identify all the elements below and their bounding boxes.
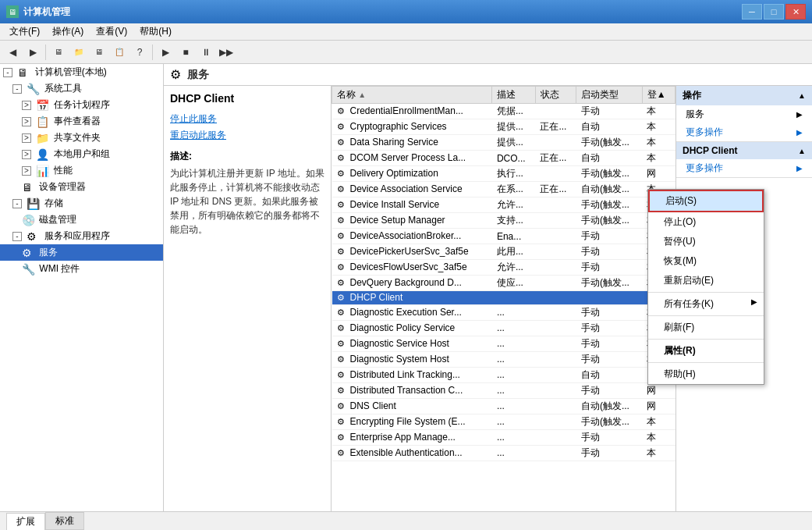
sidebar-item-tools[interactable]: - 🔧 系统工具	[0, 80, 163, 97]
service-row-icon: ⚙	[337, 215, 348, 226]
forward-button[interactable]: ▶	[23, 44, 42, 61]
table-row[interactable]: ⚙CredentialEnrollmentMan...凭据...手动本	[332, 104, 675, 119]
toolbar-btn-1[interactable]: 🖥	[49, 44, 68, 61]
ctx-pause[interactable]: 暂停(U)	[648, 232, 764, 251]
back-button[interactable]: ◀	[3, 44, 22, 61]
toolbar-btn-3[interactable]: 🖥	[90, 44, 108, 61]
toolbar-btn-4[interactable]: 📋	[110, 44, 129, 61]
sidebar-item-services-apps[interactable]: - ⚙ 服务和应用程序	[0, 228, 163, 244]
menu-action[interactable]: 操作(A)	[46, 23, 90, 40]
help-button[interactable]: ?	[130, 44, 149, 61]
table-row[interactable]: ⚙Diagnostic System Host...手动本	[332, 351, 675, 367]
service-row-desc: ...	[492, 367, 536, 382]
sidebar-item-users[interactable]: > 👤 本地用户和组	[0, 146, 163, 162]
service-row-icon: ⚙	[337, 308, 348, 318]
step-button[interactable]: ▶▶	[217, 44, 236, 61]
table-row[interactable]: ⚙DCOM Server Process La...DCO...正在...自动本	[332, 151, 675, 166]
col-start[interactable]: 启动类型	[576, 87, 642, 104]
table-row[interactable]: ⚙DHCP Client	[332, 291, 675, 305]
service-row-status	[535, 351, 576, 367]
table-row[interactable]: ⚙Encrypting File System (E......手动(触发...…	[332, 414, 675, 429]
services-list-container: 名称 ▲ 描述 状态 启动类型 登▲ ⚙CredentialEnrollment…	[332, 86, 675, 511]
sidebar-item-storage[interactable]: - 💾 存储	[0, 195, 163, 212]
menu-file[interactable]: 文件(F)	[3, 23, 46, 40]
table-row[interactable]: ⚙DevicesFlowUserSvc_3af5e允许...手动本	[332, 260, 675, 276]
actions-item-services[interactable]: 服务 ▶	[676, 105, 812, 123]
service-row-desc: ...	[492, 304, 536, 320]
tab-standard[interactable]: 标准	[45, 512, 84, 530]
table-row[interactable]: ⚙Data Sharing Service提供...手动(触发...本	[332, 135, 675, 151]
ctx-refresh[interactable]: 刷新(F)	[648, 318, 764, 337]
sidebar: - 🖥 计算机管理(本地) - 🔧 系统工具 > 📅 任务计划程序 > 📋 事件…	[0, 64, 164, 511]
sidebar-item-services[interactable]: ⚙ 服务	[0, 244, 163, 261]
actions-item-more-2[interactable]: 更多操作 ▶	[676, 159, 812, 177]
table-row[interactable]: ⚙Distributed Transaction C......手动网	[332, 382, 675, 398]
sidebar-item-shared[interactable]: > 📁 共享文件夹	[0, 130, 163, 146]
service-row-icon: ⚙	[337, 293, 348, 304]
ctx-sep-4	[648, 362, 764, 363]
table-row[interactable]: ⚙Extensible Authentication......手动本	[332, 445, 675, 461]
sidebar-item-tasks[interactable]: > 📅 任务计划程序	[0, 97, 163, 113]
ctx-stop[interactable]: 停止(O)	[648, 212, 764, 232]
sidebar-item-devices[interactable]: 🖥 设备管理器	[0, 179, 163, 195]
toolbar-btn-2[interactable]: 📁	[69, 44, 88, 61]
expand-icon: -	[3, 68, 12, 77]
ctx-properties[interactable]: 属性(R)	[648, 341, 764, 361]
col-status[interactable]: 状态	[535, 87, 576, 104]
service-row-status	[535, 320, 576, 336]
table-row[interactable]: ⚙Device Association Service在系...正在...自动(…	[332, 182, 675, 197]
ctx-restart[interactable]: 重新启动(E)	[648, 271, 764, 290]
ctx-resume[interactable]: 恢复(M)	[648, 251, 764, 271]
table-row[interactable]: ⚙Device Install Service允许...手动(触发...本	[332, 197, 675, 213]
menu-help[interactable]: 帮助(H)	[133, 23, 178, 40]
service-row-startType: 手动	[576, 429, 642, 445]
table-row[interactable]: ⚙Delivery Optimization执行...手动(触发...网	[332, 166, 675, 182]
storage-icon: 💾	[27, 197, 39, 210]
actions-dhcp-label: DHCP Client	[683, 145, 737, 156]
sidebar-item-wmi[interactable]: 🔧 WMI 控件	[0, 261, 163, 277]
sidebar-item-perf[interactable]: > 📊 性能	[0, 162, 163, 179]
table-row[interactable]: ⚙Distributed Link Tracking......自动网	[332, 367, 675, 382]
ctx-all-tasks[interactable]: 所有任务(K)	[648, 294, 764, 314]
service-row-status	[535, 429, 576, 445]
table-row[interactable]: ⚙Device Setup Manager支持...手动(触发...本	[332, 213, 675, 229]
stop-service-link[interactable]: 停止此服务	[170, 112, 324, 126]
close-button[interactable]: ✕	[785, 4, 806, 20]
play-button[interactable]: ▶	[156, 44, 175, 61]
services-scroll-area[interactable]: 名称 ▲ 描述 状态 启动类型 登▲ ⚙CredentialEnrollment…	[332, 86, 675, 511]
table-row[interactable]: ⚙Enterprise App Manage......手动本	[332, 429, 675, 445]
col-login[interactable]: 登▲	[642, 87, 675, 104]
sidebar-item-disk[interactable]: 💿 磁盘管理	[0, 212, 163, 228]
services-panel-header: ⚙ 服务	[164, 64, 812, 86]
tab-extend[interactable]: 扩展	[6, 513, 45, 530]
table-row[interactable]: ⚙Diagnostic Service Host...手动本	[332, 336, 675, 351]
service-row-desc: ...	[492, 429, 536, 445]
actions-services-arrow: ▶	[796, 110, 803, 119]
table-row[interactable]: ⚙Cryptographic Services提供...正在...自动本	[332, 119, 675, 135]
stop-button[interactable]: ■	[176, 44, 195, 61]
table-row[interactable]: ⚙Diagnostic Policy Service...手动本	[332, 320, 675, 336]
ctx-sep-1	[648, 292, 764, 293]
maximize-button[interactable]: □	[764, 4, 784, 20]
table-row[interactable]: ⚙DevicePickerUserSvc_3af5e此用...手动本	[332, 244, 675, 260]
ctx-start[interactable]: 启动(S)	[648, 190, 764, 212]
table-row[interactable]: ⚙Diagnostic Execution Ser......手动本	[332, 304, 675, 320]
table-row[interactable]: ⚙DeviceAssociationBroker...Ena...手动本	[332, 229, 675, 244]
service-row-name: DevicePickerUserSvc_3af5e	[350, 246, 469, 257]
content-area: ⚙ 服务 DHCP Client 停止此服务 重启动此服务 描述: 为此计算机注…	[164, 64, 812, 511]
sidebar-item-computer[interactable]: - 🖥 计算机管理(本地)	[0, 64, 163, 80]
minimize-button[interactable]: ─	[742, 4, 762, 20]
sidebar-item-events[interactable]: > 📋 事件查看器	[0, 113, 163, 130]
pause-button[interactable]: ⏸	[197, 44, 215, 61]
ctx-help[interactable]: 帮助(H)	[648, 365, 764, 384]
col-desc[interactable]: 描述	[492, 87, 536, 104]
col-name[interactable]: 名称 ▲	[332, 87, 492, 104]
table-row[interactable]: ⚙DNS Client...自动(触发...网	[332, 398, 675, 414]
actions-item-more-1[interactable]: 更多操作 ▶	[676, 123, 812, 141]
sidebar-label-tools: 系统工具	[44, 83, 82, 94]
menu-view[interactable]: 查看(V)	[90, 23, 133, 40]
table-row[interactable]: ⚙DevQuery Background D...使应...手动(触发...本	[332, 276, 675, 291]
restart-service-link[interactable]: 重启动此服务	[170, 129, 324, 142]
service-row-name: Device Install Service	[350, 199, 440, 210]
service-row-icon: ⚙	[337, 417, 348, 428]
